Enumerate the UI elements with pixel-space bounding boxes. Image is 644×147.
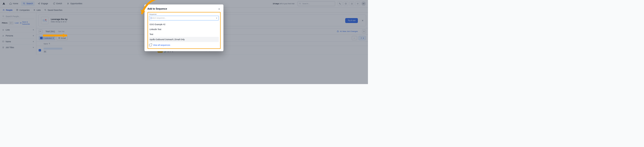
add-to-sequence-modal: Add to Sequence ✕ Sequence: Select seque… (144, 5, 224, 51)
sequence-option[interactable]: OOO Example #2 (149, 22, 219, 27)
tutorial-highlight: Sequence: Select sequence... ▾ OOO Examp… (148, 12, 220, 49)
modal-close-button[interactable]: ✕ (218, 7, 221, 11)
chevron-down-icon: ▾ (216, 17, 217, 19)
placeholder-text: Select sequence... (151, 17, 166, 19)
text-caret (151, 17, 151, 19)
modal-title: Add to Sequence (148, 8, 167, 10)
sequence-option[interactable]: LinkedIn Test (149, 27, 219, 32)
sequence-option[interactable]: Apollo Outbound Outreach | Email Only (149, 37, 219, 42)
sequence-dropdown-list: OOO Example #2 LinkedIn Test Test Apollo… (149, 22, 219, 42)
sequence-label: Sequence: (149, 13, 219, 15)
sequence-select-input[interactable]: Select sequence... ▾ (149, 16, 219, 21)
sequence-option[interactable]: Test (149, 32, 219, 37)
view-all-sequences-link[interactable]: View all sequences (149, 42, 219, 47)
external-link-icon (149, 44, 152, 46)
